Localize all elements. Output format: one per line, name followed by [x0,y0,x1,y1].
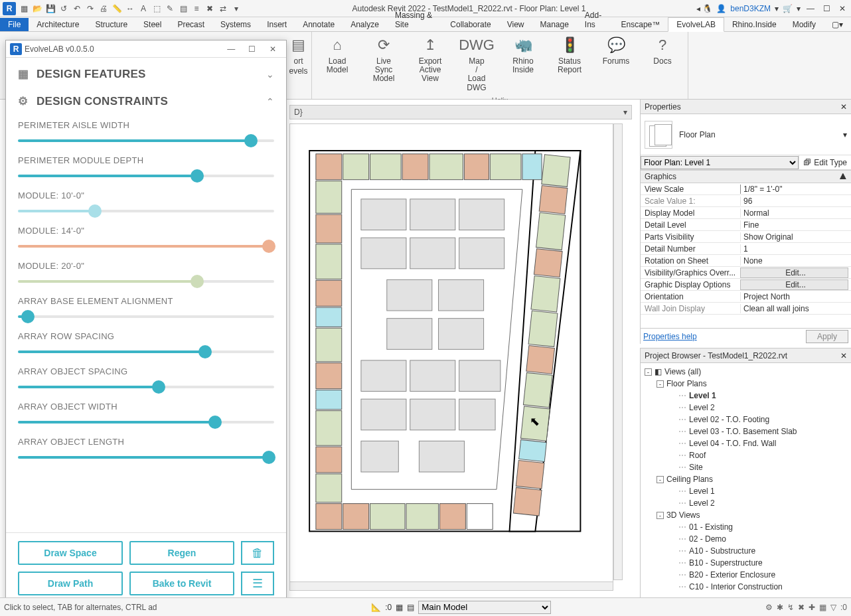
slider[interactable] [18,452,274,463]
search-icon[interactable]: ◂ 🐧 [696,4,712,13]
regen-button[interactable]: Regen [129,541,234,565]
qat-sync-icon[interactable]: ↺ [58,3,69,14]
sb-icon[interactable]: ✖ [798,603,805,612]
properties-close-icon[interactable]: ✕ [840,102,847,112]
tree-node[interactable]: -◧Views (all) [642,366,850,378]
qat-redo-icon[interactable]: ↷ [85,3,96,14]
section-design-constraints[interactable]: ⚙DESIGN CONSTRAINTS ⌃ [18,88,274,115]
filter-icon[interactable]: ▽ [830,603,836,612]
prop-row[interactable]: Scale Value 1:96 [641,195,851,207]
tree-node[interactable]: -3D Views [642,509,850,521]
qat-icon[interactable]: ▦ [19,3,29,14]
ribbon-live-sync-model-button[interactable]: ⟳LiveSyncModel [365,35,402,92]
ribbon-export-active-view-button[interactable]: ↥ExportActiveView [412,35,449,92]
slider[interactable] [18,311,274,322]
qat-thin-icon[interactable]: ≡ [191,3,202,14]
sb-icon[interactable]: ▦ [819,603,826,612]
tab-view[interactable]: View [499,18,532,31]
tab-structure[interactable]: Structure [87,18,135,31]
tab-collaborate[interactable]: Collaborate [442,18,499,31]
qat-switch-icon[interactable]: ⇄ [218,3,228,14]
status-detail-icon[interactable]: ▦ [396,603,403,612]
tree-node[interactable]: ⋯B20 - Exterior Enclosure [642,569,850,581]
status-scale[interactable]: :0 [385,603,392,612]
tree-twisty-icon[interactable]: - [657,380,664,388]
slider[interactable] [18,276,274,287]
type-dd-icon[interactable]: ▾ [843,130,847,139]
qat-measure-icon[interactable]: 📏 [112,3,122,14]
qat-view-icon[interactable]: ▤ [178,3,189,14]
canvas-hscroll[interactable] [289,581,613,591]
section-design-features[interactable]: ▦DESIGN FEATURES ⌄ [18,60,274,88]
tree-node[interactable]: ⋯Roof [642,449,850,461]
status-scale-icon[interactable]: 📐 [371,603,381,612]
tab-file[interactable]: File [0,18,29,31]
draw-space-button[interactable]: Draw Space [18,541,123,565]
canvas[interactable] [289,123,613,591]
settings-button[interactable]: ☰ [241,572,274,595]
slider-thumb[interactable] [191,169,204,183]
slider[interactable] [18,206,274,216]
slider[interactable] [18,346,274,357]
tree-node[interactable]: -Floor Plans [642,378,850,390]
type-name[interactable]: Floor Plan [679,130,716,139]
tree-node[interactable]: ⋯Level 04 - T.O. Fnd. Wall [642,437,850,449]
tab-systems[interactable]: Systems [212,18,259,31]
prop-row[interactable]: Detail LevelFine [641,219,851,231]
edit-type-button[interactable]: 🗊Edit Type [799,155,851,169]
tree-node[interactable]: ⋯Level 2 [642,497,850,509]
sb-icon[interactable]: ⚙ [765,603,773,612]
qat-close-icon[interactable]: ✖ [204,3,215,14]
qat-text-icon[interactable]: A [138,3,149,14]
tab-modify[interactable]: Modify [785,18,824,31]
ribbon-rhino-inside-button[interactable]: 🦏RhinoInside [504,35,542,92]
slider[interactable] [18,171,274,181]
user-dd-icon[interactable]: ▾ [775,4,779,13]
minimize-icon[interactable]: — [805,4,816,13]
view-breadcrumb[interactable]: D} ▾ [289,105,632,119]
prop-row[interactable]: Display ModelNormal [641,207,851,219]
user-name[interactable]: benD3KZM [730,4,771,13]
tab-annotate[interactable]: Annotate [295,18,343,31]
tree-node[interactable]: ⋯C10 - Interior Construction [642,581,850,593]
tab-rhino-inside[interactable]: Rhino.Inside [724,18,785,31]
tree-node[interactable]: ⋯Level 02 - T.O. Footing [642,414,850,425]
tree-node[interactable]: ⋯Level 1 [642,485,850,497]
qat-dim-icon[interactable]: ↔ [125,3,135,14]
evolvelab-close-icon[interactable]: ✕ [264,44,282,54]
project-browser-close-icon[interactable]: ✕ [840,351,847,360]
tab-insert[interactable]: Insert [259,18,295,31]
slider-thumb[interactable] [21,310,35,323]
slider-thumb[interactable] [244,134,258,147]
prop-row[interactable]: Detail Number1 [641,243,851,255]
slider-thumb[interactable] [191,275,204,288]
ribbon-docs-button[interactable]: ?Docs [644,35,681,92]
prop-row[interactable]: Wall Join DisplayClean all wall joins [641,303,851,315]
prop-row[interactable]: Rotation on SheetNone [641,255,851,267]
instance-selector[interactable]: Floor Plan: Level 1 [641,156,799,169]
prop-row[interactable]: Graphic Display OptionsEdit... [641,279,851,291]
sb-icon[interactable]: ↯ [787,603,794,612]
tab-architecture[interactable]: Architecture [29,18,87,31]
tree-twisty-icon[interactable]: - [657,476,664,483]
slider-thumb[interactable] [262,451,275,464]
ribbon-map-load-dwg-button[interactable]: DWGMap/LoadDWG [458,35,495,92]
tab-manage[interactable]: Manage [532,18,576,31]
slider[interactable] [18,417,274,427]
evolvelab-maximize-icon[interactable]: ☐ [243,44,262,54]
qat-undo-icon[interactable]: ↶ [72,3,82,14]
ribbon-status-report-button[interactable]: 🚦StatusReport [551,35,588,92]
workset-select[interactable]: Main Model [418,601,551,614]
tab-precast[interactable]: Precast [169,18,212,31]
sb-icon[interactable]: ✱ [777,603,783,612]
user-icon[interactable]: 👤 [716,4,726,13]
slider-thumb[interactable] [208,416,222,429]
slider-thumb[interactable] [88,204,102,218]
bake-button[interactable]: Bake to Revit [129,572,234,595]
tree-node[interactable]: ⋯B10 - Superstructure [642,557,850,569]
tab-add-ins[interactable]: Add-Ins [577,9,613,31]
ribbon-forums-button[interactable]: 💬Forums [597,35,635,92]
tree-node[interactable]: ⋯Level 1 [642,390,850,402]
maximize-icon[interactable]: ☐ [820,4,832,13]
status-model-icon[interactable]: ▤ [407,603,414,612]
